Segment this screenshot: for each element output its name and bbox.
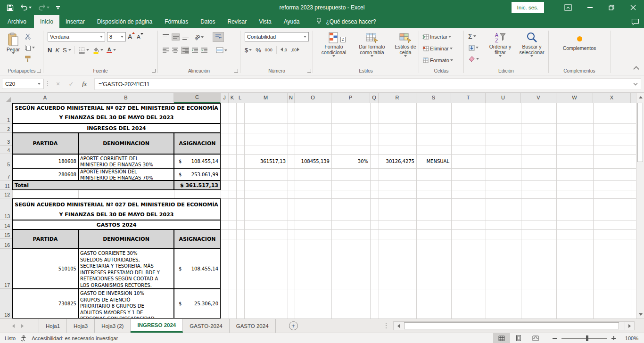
borders-button[interactable] xyxy=(78,45,89,55)
row-header-13[interactable]: 13 xyxy=(0,198,12,220)
column-header-W[interactable]: W xyxy=(556,93,593,103)
paste-dropdown-icon[interactable] xyxy=(12,52,15,54)
name-box[interactable]: C20 xyxy=(2,79,44,89)
collapse-ribbon-icon[interactable] xyxy=(633,66,639,72)
copy-dropdown-icon[interactable] xyxy=(32,47,35,49)
row-header-4[interactable]: 4 xyxy=(0,146,12,154)
row-header-16[interactable]: 16 xyxy=(0,239,12,249)
format-painter-button[interactable] xyxy=(25,54,35,64)
zoom-in-button[interactable] xyxy=(611,336,616,340)
font-name-combo[interactable]: Verdana xyxy=(48,32,105,41)
cell-A5[interactable]: 180608 xyxy=(12,154,78,168)
save-icon[interactable] xyxy=(7,4,14,11)
restore-button[interactable] xyxy=(601,0,622,15)
column-header-V[interactable]: V xyxy=(521,93,556,103)
tab-archivo[interactable]: Archivo xyxy=(0,15,34,28)
tab-ayuda[interactable]: Ayuda xyxy=(278,15,306,28)
zoom-slider-handle[interactable] xyxy=(586,335,588,341)
orientation-button[interactable]: ab xyxy=(194,32,204,42)
font-dialog-launcher-icon[interactable] xyxy=(152,69,156,73)
cell-total-label[interactable]: Total xyxy=(12,180,174,190)
scroll-up-button[interactable] xyxy=(636,93,644,101)
decrease-decimal-button[interactable]: ,00 xyxy=(291,48,300,52)
page-break-view-button[interactable] xyxy=(527,333,544,343)
sheet-tab-gasto-2024a[interactable]: GASTO-2024 xyxy=(183,319,229,333)
increase-decimal-button[interactable]: ,0 xyxy=(281,48,287,52)
italic-button[interactable]: K xyxy=(55,47,59,54)
column-header-K[interactable]: K xyxy=(229,93,236,103)
customize-qat-button[interactable] xyxy=(56,6,60,9)
new-sheet-button[interactable]: + xyxy=(289,321,298,330)
align-bottom-button[interactable] xyxy=(182,34,189,40)
redo-button[interactable] xyxy=(38,4,50,11)
wrap-text-button[interactable] xyxy=(213,32,224,42)
column-header-P[interactable]: P xyxy=(331,93,370,103)
cell-B7[interactable]: APORTE INVERSIÓN DEL MINISTERIO DE FINAN… xyxy=(78,168,174,180)
sheet-tab-hoja3[interactable]: Hoja3 xyxy=(67,319,95,333)
accessibility-icon[interactable] xyxy=(20,335,27,342)
sign-in-button[interactable]: Inic. ses. xyxy=(512,2,544,13)
cell-acuerdo-title-1[interactable]: SEGÚN ACUERDO MINISTERIAL Nº 027 DEL MIN… xyxy=(12,103,221,123)
font-size-combo[interactable]: 8 xyxy=(107,32,126,41)
decrease-font-button[interactable]: A xyxy=(137,34,140,40)
number-format-combo[interactable]: Contabilidad xyxy=(245,32,309,41)
sort-filter-button[interactable]: AZ Ordenar y filtrar xyxy=(485,29,515,57)
tab-datos[interactable]: Datos xyxy=(194,15,221,28)
addins-button[interactable]: Complementos xyxy=(560,31,599,51)
scroll-down-button[interactable] xyxy=(636,310,644,318)
row-header-1[interactable]: 1 xyxy=(0,103,12,123)
cut-button[interactable] xyxy=(25,31,35,41)
align-top-button[interactable] xyxy=(162,34,169,40)
cell-C5[interactable]: $ 108.455,14 xyxy=(174,154,221,168)
cell-B5[interactable]: APORTE CORRIENTE DEL MINISTERIO DE FINAN… xyxy=(78,154,174,168)
cell-S5[interactable]: MENSUAL xyxy=(416,154,451,168)
zoom-slider[interactable] xyxy=(561,338,607,339)
fill-color-dropdown-icon[interactable] xyxy=(100,49,103,51)
copy-button[interactable] xyxy=(25,42,35,52)
cell-header-partida-1[interactable]: PARTIDA xyxy=(12,133,78,154)
clipboard-dialog-launcher-icon[interactable] xyxy=(37,69,41,73)
align-center-button[interactable] xyxy=(172,47,179,53)
fill-color-button[interactable] xyxy=(92,45,103,55)
row-header-3[interactable]: 3 xyxy=(0,133,12,146)
column-header-N[interactable]: N xyxy=(288,93,295,103)
row-header-11[interactable]: 11 xyxy=(0,180,12,190)
align-right-button[interactable] xyxy=(181,47,189,54)
column-header-S[interactable]: S xyxy=(416,93,451,103)
tab-revisar[interactable]: Revisar xyxy=(222,15,253,28)
cell-C17[interactable]: $ 108.455,14 xyxy=(174,249,221,289)
sheet-tab-hoja1[interactable]: Hoja1 xyxy=(39,319,67,333)
bold-button[interactable]: N xyxy=(48,47,52,54)
cell-P5[interactable]: 30% xyxy=(331,154,370,168)
tab-vista[interactable]: Vista xyxy=(253,15,277,28)
page-layout-view-button[interactable] xyxy=(510,333,527,343)
alignment-dialog-launcher-icon[interactable] xyxy=(234,69,238,73)
tab-split-handle[interactable] xyxy=(386,323,387,328)
tell-me-box[interactable]: ¿Qué desea hacer? xyxy=(316,15,376,28)
number-dialog-launcher-icon[interactable] xyxy=(307,69,311,73)
row-header-18[interactable]: 18 xyxy=(0,289,12,318)
horizontal-scrollbar-thumb[interactable] xyxy=(404,322,619,329)
select-all-button[interactable] xyxy=(0,93,12,103)
cell-A17[interactable]: 510105 xyxy=(12,249,78,289)
clear-button[interactable] xyxy=(468,54,479,64)
autosum-button[interactable]: Σ xyxy=(468,31,479,41)
paste-button[interactable]: Pegar xyxy=(4,30,23,54)
formula-input[interactable]: ='GASTO-2024'!C11 xyxy=(94,78,641,90)
minimize-button[interactable] xyxy=(579,0,601,15)
row-header-2[interactable]: 2 xyxy=(0,123,12,133)
column-header-R[interactable]: R xyxy=(379,93,416,103)
insert-cells-button[interactable]: Insertar xyxy=(422,32,453,41)
cell-styles-button[interactable]: Estilos de celda xyxy=(392,29,419,57)
column-header-C[interactable]: C xyxy=(174,93,221,103)
accessibility-status[interactable]: Accesibilidad: es necesario investigar xyxy=(32,335,118,341)
find-select-button[interactable]: Buscar y seleccionar xyxy=(515,29,548,57)
format-cells-button[interactable]: Formato xyxy=(422,55,453,65)
comment-button[interactable] xyxy=(631,15,639,28)
cell-A18[interactable]: 730825 xyxy=(12,289,78,318)
column-header-J[interactable]: J xyxy=(221,93,229,103)
cell-R5[interactable]: 30126,4275 xyxy=(379,154,416,168)
column-header-Q[interactable]: Q xyxy=(370,93,379,103)
insert-function-button[interactable]: fx xyxy=(79,79,90,89)
row-header-5[interactable]: 5 xyxy=(0,154,12,168)
